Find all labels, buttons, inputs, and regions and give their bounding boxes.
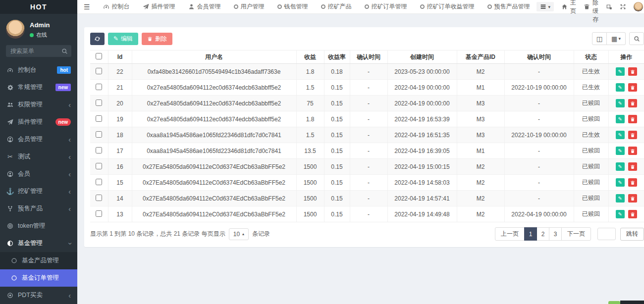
topnav-item-mining-products[interactable]: 挖矿产品 — [315, 0, 358, 13]
row-delete-button[interactable] — [628, 194, 637, 203]
page-size-dropdown[interactable]: 10 ▴ — [229, 228, 249, 240]
row-edit-button[interactable]: ✎ — [616, 131, 625, 139]
cell-status: 已生效 — [574, 64, 608, 80]
topnav-label: 钱包管理 — [284, 2, 308, 11]
home-link[interactable]: 主页 — [561, 0, 576, 15]
topnav-item-dashboard[interactable]: 控制台 — [97, 0, 136, 13]
row-delete-button[interactable] — [628, 83, 637, 92]
refresh-button[interactable] — [90, 33, 105, 45]
sidebar-item-fund-orders[interactable]: 基金订单管理 — [0, 269, 77, 287]
row-checkbox[interactable] — [96, 195, 102, 201]
row-checkbox[interactable] — [96, 84, 102, 90]
delete-label: 删除 — [155, 35, 167, 43]
row-edit-button[interactable]: ✎ — [616, 67, 625, 76]
topnav-item-presale-products[interactable]: 预售产品管理 — [481, 0, 537, 13]
delete-button[interactable]: 删除 — [142, 33, 172, 45]
select-all-checkbox[interactable] — [96, 53, 102, 59]
row-edit-button[interactable]: ✎ — [616, 210, 625, 218]
row-delete-button[interactable] — [628, 147, 637, 155]
cell-confirm-time: - — [350, 96, 387, 111]
sidebar-item-label: token管理 — [18, 222, 71, 230]
row-edit-button[interactable]: ✎ — [616, 115, 625, 123]
sidebar-item-dashboard[interactable]: 控制台 hot — [0, 61, 77, 79]
check-update-icon[interactable] — [606, 3, 612, 10]
chevron-left-icon: ‹ — [68, 171, 71, 178]
sidebar-toggle-button[interactable]: ☰ — [77, 0, 97, 13]
sidebar-item-presale[interactable]: 预售产品 ‹ — [0, 200, 77, 217]
topnav-item-members[interactable]: 会员管理 — [182, 0, 227, 13]
cell-confirm-time-2: - — [504, 64, 574, 80]
topnav-item-wallets[interactable]: 钱包管理 — [271, 0, 315, 13]
row-checkbox[interactable] — [96, 131, 102, 138]
row-delete-button[interactable] — [628, 115, 637, 123]
row-edit-button[interactable]: ✎ — [616, 83, 625, 92]
table-row: 16 0x27Ea54805da6094112eC0d6374EdCb63aBb… — [90, 159, 644, 175]
sidebar: Admin 在线 控制台 hot 常规管理 new — [0, 14, 77, 304]
row-checkbox[interactable] — [96, 147, 102, 153]
sidebar-item-member[interactable]: 会员 ‹ — [0, 165, 77, 183]
cell-id: 22 — [108, 64, 132, 80]
bottom-green-sliver — [608, 301, 620, 304]
sidebar-item-general[interactable]: 常规管理 new — [0, 79, 77, 96]
row-delete-button[interactable] — [628, 131, 637, 139]
cell-product-id: M2 — [457, 206, 504, 222]
row-checkbox[interactable] — [96, 179, 102, 185]
nav-mode-dropdown[interactable]: ▾ — [537, 2, 554, 11]
page-jump-input[interactable] — [597, 228, 616, 240]
row-delete-button[interactable] — [628, 178, 637, 187]
row-checkbox[interactable] — [96, 115, 102, 122]
cell-product-id: M2 — [457, 175, 504, 191]
row-checkbox[interactable] — [96, 163, 102, 169]
cell-status: 已赎回 — [574, 206, 608, 222]
topnav-item-users[interactable]: 用户管理 — [227, 0, 271, 13]
page-jump-button[interactable]: 跳转 — [620, 228, 644, 241]
header-id: Id — [108, 51, 132, 64]
sidebar-item-test[interactable]: ✂ 测试 ‹ — [0, 148, 77, 165]
edit-button[interactable]: ✎ 编辑 — [108, 33, 138, 45]
topnav-item-mining-order-income[interactable]: 挖矿订单收益管理 — [414, 0, 481, 13]
row-edit-button[interactable]: ✎ — [616, 162, 625, 171]
sidebar-item-funds[interactable]: 基金管理 ‹ — [0, 235, 77, 252]
next-page-button[interactable]: 下一页 — [561, 227, 591, 241]
top-navigation: ☰ 控制台 插件管理 会员管理 用户管理 钱包管理 挖矿产品 挖矿订单管理 — [77, 0, 644, 14]
sidebar-item-token[interactable]: token管理 — [0, 217, 77, 235]
row-delete-button[interactable] — [628, 162, 637, 171]
detail-view-button[interactable]: ◫ — [592, 32, 607, 45]
sidebar-item-pdt-trade[interactable]: PDT买卖 ‹ — [0, 287, 77, 304]
page-3-button[interactable]: 3 — [549, 227, 562, 241]
sidebar-item-label: 会员 — [18, 170, 68, 178]
row-edit-button[interactable]: ✎ — [616, 99, 625, 107]
page-1-button[interactable]: 1 — [524, 227, 537, 241]
sidebar-item-fund-products[interactable]: 基金产品管理 — [0, 252, 77, 269]
topnav-item-mining-orders[interactable]: 挖矿订单管理 — [358, 0, 414, 13]
topbar-avatar[interactable] — [634, 2, 643, 11]
cell-id: 17 — [108, 143, 132, 159]
menu-search-input[interactable] — [6, 45, 71, 57]
row-edit-button[interactable]: ✎ — [616, 147, 625, 155]
sidebar-item-mining[interactable]: ⚓ 挖矿管理 ‹ — [0, 183, 77, 200]
header-income: 收益 — [296, 51, 324, 64]
table-search-button[interactable] — [629, 32, 644, 45]
table-row: 13 0x27Ea54805da6094112eC0d6374EdCb63aBb… — [90, 206, 644, 222]
row-edit-button[interactable]: ✎ — [616, 194, 625, 203]
avatar[interactable] — [6, 20, 25, 39]
page-2-button[interactable]: 2 — [537, 227, 549, 241]
cell-id: 21 — [108, 80, 132, 96]
row-edit-button[interactable]: ✎ — [616, 178, 625, 187]
table-toolbar: ✎ 编辑 删除 ◫ ▦▾ — [90, 32, 644, 45]
chevron-down-icon: ‹ — [66, 242, 73, 245]
sidebar-item-members[interactable]: 会员管理 ‹ — [0, 131, 77, 148]
row-checkbox[interactable] — [96, 68, 102, 74]
fullscreen-icon[interactable] — [620, 3, 626, 10]
row-checkbox[interactable] — [96, 100, 102, 106]
topnav-item-plugins[interactable]: 插件管理 — [136, 0, 182, 13]
prev-page-button[interactable]: 上一页 — [495, 227, 525, 241]
row-delete-button[interactable] — [628, 67, 637, 76]
row-checkbox[interactable] — [96, 210, 102, 217]
cell-actions: ✎ — [608, 159, 644, 175]
row-delete-button[interactable] — [628, 210, 637, 218]
sidebar-item-permissions[interactable]: 权限管理 ‹ — [0, 96, 77, 113]
columns-button[interactable]: ▦▾ — [607, 32, 626, 45]
row-delete-button[interactable] — [628, 99, 637, 107]
sidebar-item-plugins[interactable]: 插件管理 new — [0, 113, 77, 131]
